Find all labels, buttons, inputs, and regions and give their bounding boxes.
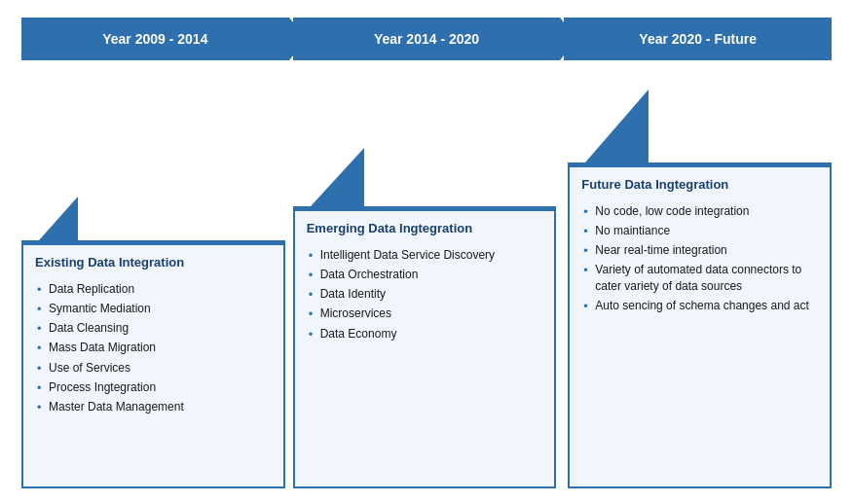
- list-item: Data Replication: [35, 279, 272, 299]
- list-item: Process Ingtegration: [35, 378, 272, 397]
- list-item: Intelligent Data Service Discovery: [307, 245, 543, 265]
- timeline-segment-3: Year 2020 - Future: [564, 18, 832, 60]
- list-item: Master Data Management: [35, 397, 272, 416]
- list-item: Mass Data Migration: [35, 338, 272, 357]
- list-item: Auto sencing of schema changes and act: [581, 296, 818, 315]
- title-emerging: Emerging Data Ingtegration: [307, 221, 543, 237]
- list-item: Symantic Mediation: [35, 299, 272, 318]
- list-item: Microservices: [307, 304, 543, 323]
- list-item: No maintiance: [581, 221, 818, 240]
- title-existing: Existing Data Integration: [35, 255, 272, 271]
- list-emerging: Intelligent Data Service Discovery Data …: [307, 245, 543, 343]
- triangle-future: [585, 90, 649, 162]
- timeline-segment-1: Year 2009 - 2014: [21, 18, 289, 60]
- list-item: Variety of automated data connectors to …: [581, 260, 818, 295]
- list-item: Near real-time integration: [581, 240, 818, 260]
- list-item: Use of Services: [35, 358, 272, 378]
- list-item: Data Identity: [307, 284, 543, 304]
- col-emerging: Emerging Data Ingtegration Intelligent D…: [285, 70, 561, 488]
- col-existing: Existing Data Integration Data Replicati…: [21, 70, 285, 488]
- list-future: No code, low code integration No maintia…: [581, 201, 818, 315]
- list-item: No code, low code integration: [581, 201, 818, 221]
- content-area: Existing Data Integration Data Replicati…: [21, 70, 832, 488]
- box-future: Future Data Ingtegration No code, low co…: [568, 162, 832, 488]
- box-existing: Existing Data Integration Data Replicati…: [21, 240, 285, 488]
- triangle-existing: [39, 197, 78, 240]
- list-existing: Data Replication Symantic Mediation Data…: [35, 279, 272, 416]
- list-item: Data Orchestration: [307, 265, 543, 284]
- title-future: Future Data Ingtegration: [581, 177, 818, 194]
- timeline-segment-2: Year 2014 - 2020: [293, 18, 561, 60]
- timeline-bar: Year 2009 - 2014 Year 2014 - 2020 Year 2…: [21, 18, 832, 60]
- list-item: Data Cleansing: [35, 318, 272, 338]
- col-future: Future Data Ingtegration No code, low co…: [560, 70, 832, 488]
- triangle-emerging: [311, 148, 364, 206]
- list-item: Data Economy: [307, 324, 543, 343]
- box-emerging: Emerging Data Ingtegration Intelligent D…: [293, 206, 557, 488]
